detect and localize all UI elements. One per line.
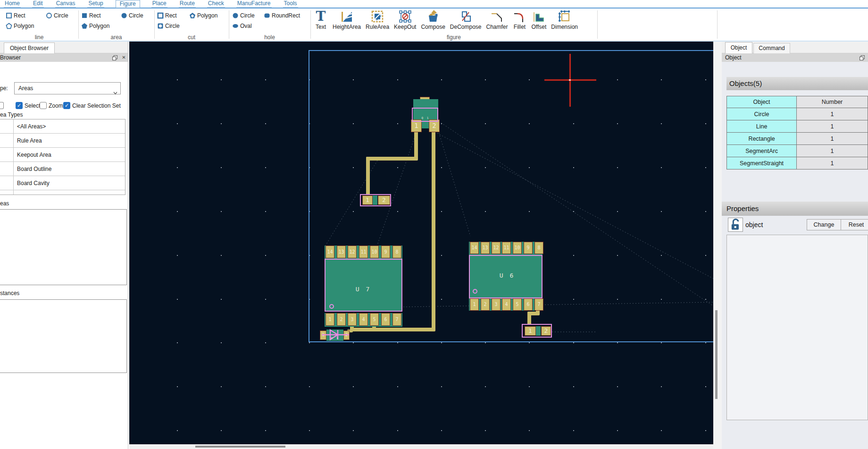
component-q1[interactable]: 3 1 2 Q 1 bbox=[411, 97, 449, 134]
area-type-row[interactable]: Board Outline bbox=[0, 162, 125, 176]
u6-pad-6[interactable]: 6 bbox=[524, 298, 533, 311]
u7-pad-9[interactable]: 9 bbox=[381, 246, 390, 258]
u7-pad-10[interactable]: 10 bbox=[370, 246, 379, 258]
horizontal-scrollbar[interactable] bbox=[129, 444, 713, 449]
reset-button[interactable]: Reset bbox=[841, 219, 868, 230]
pcb-canvas[interactable]: 3 1 2 Q 1 1 2 1 2 1 2 D 1 bbox=[129, 42, 713, 444]
menu-setup[interactable]: Setup bbox=[87, 0, 104, 8]
objects-table[interactable]: ObjectNumberCircle1Line1Rectangle1Segmen… bbox=[726, 96, 868, 169]
menu-route[interactable]: Route bbox=[179, 0, 196, 8]
r-top-pad-1[interactable]: 1 bbox=[362, 195, 373, 205]
menu-manufacture[interactable]: ManuFacture bbox=[236, 0, 272, 8]
table-row[interactable]: SegmentArc1 bbox=[726, 145, 868, 157]
r-top-pad-2[interactable]: 2 bbox=[378, 195, 390, 205]
menu-tools[interactable]: Tools bbox=[283, 0, 298, 8]
area-polygon-button[interactable]: Polygon bbox=[81, 23, 121, 29]
u6-pad-3[interactable]: 3 bbox=[492, 298, 501, 311]
u6-pad-5[interactable]: 5 bbox=[513, 298, 522, 311]
hole-circle-button[interactable]: Circle bbox=[232, 12, 264, 19]
u6-pad-9[interactable]: 9 bbox=[524, 242, 533, 254]
component-u6[interactable]: U 6 1413121110981234567 bbox=[468, 242, 545, 311]
u7-pad-3[interactable]: 3 bbox=[348, 313, 357, 326]
trace-segment[interactable] bbox=[366, 157, 418, 161]
area-type-row[interactable]: <All Areas> bbox=[0, 119, 125, 134]
u7-pad-7[interactable]: 7 bbox=[392, 313, 401, 326]
cut-rect-button[interactable]: Rect bbox=[157, 12, 189, 19]
hole-roundrect-button[interactable]: RoundRect bbox=[264, 12, 311, 19]
u7-pad-2[interactable]: 2 bbox=[337, 313, 346, 326]
line-rect-button[interactable]: Rect bbox=[6, 12, 46, 19]
line-polygon-button[interactable]: Polygon bbox=[6, 23, 46, 29]
trace-segment[interactable] bbox=[366, 157, 370, 196]
area-type-row[interactable]: Board Cavity bbox=[0, 176, 125, 190]
u6-pad-14[interactable]: 14 bbox=[470, 242, 479, 254]
float-window-icon[interactable] bbox=[859, 55, 865, 61]
menu-check[interactable]: Check bbox=[207, 0, 225, 8]
table-row[interactable]: Circle1 bbox=[726, 108, 868, 120]
type-dropdown[interactable]: Areas bbox=[14, 82, 121, 94]
u6-pad-11[interactable]: 11 bbox=[502, 242, 511, 254]
table-row[interactable]: SegmentStraight1 bbox=[726, 157, 868, 169]
u7-pad-11[interactable]: 11 bbox=[359, 246, 368, 258]
u7-pad-14[interactable]: 14 bbox=[326, 246, 334, 258]
u7-pad-4[interactable]: 4 bbox=[359, 313, 368, 326]
u6-pad-7[interactable]: 7 bbox=[534, 298, 543, 311]
component-r-top[interactable]: 1 2 bbox=[360, 194, 393, 207]
figure-text-button[interactable]: TText bbox=[311, 9, 330, 30]
clipped-checkbox[interactable] bbox=[0, 102, 4, 109]
u7-pad-6[interactable]: 6 bbox=[381, 313, 390, 326]
u7-pad-8[interactable]: 8 bbox=[392, 246, 401, 258]
u6-pad-8[interactable]: 8 bbox=[534, 242, 543, 254]
trace-segment[interactable] bbox=[350, 328, 435, 331]
checkbox-zoom[interactable]: Zoom bbox=[40, 102, 63, 109]
tab-object-browser[interactable]: Object Browser bbox=[4, 42, 55, 53]
vertical-scrollbar-thumb[interactable] bbox=[715, 310, 718, 399]
lock-button[interactable] bbox=[728, 218, 743, 232]
figure-dimension-button[interactable]: Dimension bbox=[549, 9, 580, 30]
table-row[interactable]: Rectangle1 bbox=[726, 133, 868, 145]
trace-segment[interactable] bbox=[432, 128, 435, 330]
checkbox-clear-selection-set[interactable]: ✓Clear Selection Set bbox=[63, 102, 121, 109]
tab-command[interactable]: Command bbox=[753, 43, 790, 53]
area-circle-button[interactable]: Circle bbox=[121, 12, 154, 19]
table-row[interactable]: Line1 bbox=[726, 120, 868, 133]
menu-home[interactable]: Home bbox=[4, 0, 21, 8]
figure-keepout-button[interactable]: KeepOut bbox=[392, 9, 418, 30]
area-types-list[interactable]: <All Areas>Rule AreaKeepout AreaBoard Ou… bbox=[0, 119, 125, 195]
close-icon[interactable]: ✕ bbox=[121, 55, 127, 61]
checkbox-select[interactable]: ✓Select bbox=[16, 102, 40, 109]
u7-pad-5[interactable]: 5 bbox=[370, 313, 379, 326]
vertical-scrollbar[interactable] bbox=[713, 42, 722, 449]
hole-oval-button[interactable]: Oval bbox=[232, 23, 264, 29]
tab-object[interactable]: Object bbox=[725, 42, 752, 53]
u7-pad-1[interactable]: 1 bbox=[326, 313, 334, 326]
figure-offset-button[interactable]: Offset bbox=[529, 9, 549, 30]
r-bottom-pad-1[interactable]: 1 bbox=[525, 326, 536, 336]
u7-pad-12[interactable]: 12 bbox=[348, 246, 357, 258]
r-bottom-pad-2[interactable]: 2 bbox=[541, 326, 551, 336]
change-button[interactable]: Change bbox=[807, 219, 841, 230]
cut-circle-button[interactable]: Circle bbox=[157, 23, 189, 29]
line-circle-button[interactable]: Circle bbox=[46, 12, 79, 19]
menu-canvas[interactable]: Canvas bbox=[55, 0, 76, 8]
u7-pad-13[interactable]: 13 bbox=[337, 246, 346, 258]
component-r-bottom[interactable]: 1 2 bbox=[522, 324, 553, 339]
area-type-row-clipped[interactable] bbox=[0, 190, 125, 195]
cut-polygon-button[interactable]: Polygon bbox=[189, 12, 227, 19]
float-window-icon[interactable] bbox=[112, 55, 118, 61]
u6-pad-10[interactable]: 10 bbox=[513, 242, 522, 254]
areas-list-box[interactable] bbox=[0, 209, 127, 285]
u6-pad-4[interactable]: 4 bbox=[502, 298, 511, 311]
figure-compose-button[interactable]: Compose bbox=[418, 9, 447, 30]
menu-figure[interactable]: Figure bbox=[116, 0, 140, 8]
component-u7[interactable]: U 7 1413121110981234567 bbox=[324, 246, 403, 327]
area-type-row[interactable]: Rule Area bbox=[0, 134, 125, 148]
u6-pad-1[interactable]: 1 bbox=[470, 298, 479, 311]
area-rect-button[interactable]: Rect bbox=[81, 12, 121, 19]
u6-pad-12[interactable]: 12 bbox=[492, 242, 501, 254]
menu-place[interactable]: Place bbox=[151, 0, 167, 8]
component-d1[interactable]: 1 2 D 1 bbox=[319, 330, 353, 342]
menu-edit[interactable]: Edit bbox=[32, 0, 44, 8]
u6-pad-2[interactable]: 2 bbox=[481, 298, 490, 311]
figure-fillet-button[interactable]: Fillet bbox=[510, 9, 529, 30]
